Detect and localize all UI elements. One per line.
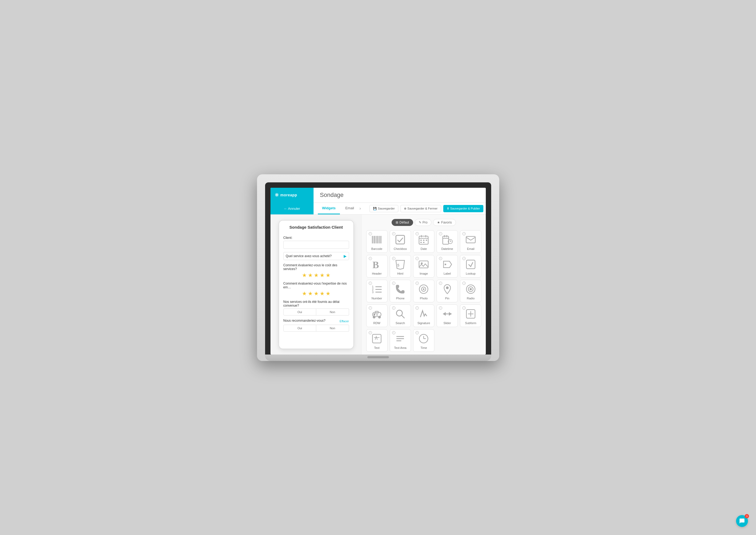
logo-icon: ❋ xyxy=(275,192,279,198)
widget-label[interactable]: i Label xyxy=(437,255,458,278)
photo-label: Photo xyxy=(420,297,428,300)
widget-header[interactable]: i B Header xyxy=(366,255,388,278)
widget-subform[interactable]: i Subform xyxy=(460,304,481,327)
svg-point-51 xyxy=(378,316,381,319)
email-icon xyxy=(465,234,477,245)
svg-rect-6 xyxy=(379,236,379,243)
filter-pro-icon: ✎ xyxy=(419,221,422,224)
top-bar: ❋ moreapp Sondage xyxy=(271,188,486,203)
svg-point-42 xyxy=(423,288,424,290)
info-icon: i xyxy=(462,232,466,235)
info-icon: i xyxy=(369,257,372,260)
widget-photo[interactable]: i Photo xyxy=(413,280,434,302)
field-client: Client: xyxy=(283,236,349,249)
back-button[interactable]: ← Annuler xyxy=(271,203,313,214)
widget-lookup[interactable]: i Lookup xyxy=(460,255,481,278)
filter-default[interactable]: ⊞ Défaut xyxy=(392,219,413,226)
subform-label: Subform xyxy=(465,322,476,325)
widget-time[interactable]: i Time xyxy=(413,329,434,352)
phone-label: Phone xyxy=(396,297,404,300)
nav-more-icon[interactable]: › xyxy=(359,206,361,211)
radio-label: Radio xyxy=(467,297,475,300)
yesno-delai-buttons: Oui Non xyxy=(283,309,349,316)
screen: ❋ moreapp Sondage ← Annuler Widgets Emai… xyxy=(271,188,486,354)
logo-text: moreapp xyxy=(280,193,297,197)
barcode-icon xyxy=(371,234,383,245)
info-icon: i xyxy=(439,232,442,235)
widget-checkbox[interactable]: i Checkbox xyxy=(390,230,411,253)
info-icon: i xyxy=(462,306,466,310)
info-icon: i xyxy=(369,232,372,235)
save-icon: 💾 xyxy=(373,207,377,210)
stars-cost-rating[interactable]: ★ ★ ★ ★ ★ xyxy=(283,272,349,278)
widget-email[interactable]: i Email xyxy=(460,230,481,253)
filter-favoris[interactable]: ★ Favoris xyxy=(433,219,456,226)
widget-date[interactable]: i Date xyxy=(413,230,434,253)
star-e2[interactable]: ★ xyxy=(308,290,313,297)
yesno-recommand-buttons: Oui Non xyxy=(283,325,349,332)
widget-rdw[interactable]: i RDW xyxy=(366,304,388,327)
stars-expertise-rating[interactable]: ★ ★ ★ ★ ★ xyxy=(283,290,349,297)
star-e4[interactable]: ★ xyxy=(320,290,325,297)
filter-pro[interactable]: ✎ Pro xyxy=(415,219,432,226)
client-input[interactable] xyxy=(283,241,349,249)
svg-rect-33 xyxy=(466,260,475,269)
yesno-recommand-yes[interactable]: Oui xyxy=(283,325,316,332)
widget-html[interactable]: i 5 Html xyxy=(390,255,411,278)
checkbox-label: Checkbox xyxy=(394,247,407,250)
lookup-label: Lookup xyxy=(466,272,476,275)
svg-rect-30 xyxy=(419,261,428,268)
widget-radio[interactable]: i Radio xyxy=(460,280,481,302)
star-e5[interactable]: ★ xyxy=(326,290,331,297)
widget-signature[interactable]: i Signature xyxy=(413,304,434,327)
service-select[interactable]: Quel service avez-vous acheté? ▶ xyxy=(283,252,349,260)
widget-search[interactable]: i Search xyxy=(390,304,411,327)
svg-line-54 xyxy=(401,315,404,318)
stars-expertise-label: Comment évalueriez-vous l'expertise de n… xyxy=(283,282,349,289)
rdw-label: RDW xyxy=(373,322,380,325)
html-icon: 5 xyxy=(394,259,406,270)
search-label: Search xyxy=(395,322,405,325)
yesno-delai-yes[interactable]: Oui xyxy=(283,309,316,316)
info-icon: i xyxy=(392,282,395,285)
field-stars-cost: Comment évalueriez-vous le coût des serv… xyxy=(283,263,349,278)
chat-button[interactable]: 3 xyxy=(736,515,748,527)
tab-email[interactable]: Email xyxy=(341,203,359,214)
widgets-panel: ⊞ Défaut ✎ Pro ★ Favoris xyxy=(362,215,486,354)
star-e3[interactable]: ★ xyxy=(314,290,319,297)
laptop-bottom xyxy=(265,354,491,361)
star-5[interactable]: ★ xyxy=(326,272,331,278)
info-icon: i xyxy=(416,257,419,260)
number-label: Number xyxy=(372,297,382,300)
star-e1[interactable]: ★ xyxy=(302,290,307,297)
yesno-recommand-no[interactable]: Non xyxy=(316,325,349,332)
widget-datetime[interactable]: i Datetime xyxy=(437,230,458,253)
star-3[interactable]: ★ xyxy=(314,272,319,278)
yesno-delai-no[interactable]: Non xyxy=(316,309,349,316)
save-button[interactable]: 💾 Sauvegarder xyxy=(369,205,398,212)
stars-cost-label: Comment évalueriez-vous le coût des serv… xyxy=(283,263,349,271)
pin-label: Pin xyxy=(445,297,450,300)
action-buttons: 💾 Sauvegarder ⊗ Sauvegarder & Fermer ⬆ S… xyxy=(365,205,486,212)
save-close-button[interactable]: ⊗ Sauvegarder & Fermer xyxy=(400,205,441,212)
svg-rect-26 xyxy=(466,237,475,243)
widget-barcode[interactable]: i Barcode xyxy=(366,230,388,253)
nav-bar: ← Annuler Widgets Email › 💾 Sauvegarder … xyxy=(271,203,486,215)
widget-phone[interactable]: i Phone xyxy=(390,280,411,302)
star-1[interactable]: ★ xyxy=(302,272,307,278)
widget-image[interactable]: i Image xyxy=(413,255,434,278)
html-label: Html xyxy=(397,272,403,275)
widget-pin[interactable]: i Pin xyxy=(437,280,458,302)
field-service[interactable]: Quel service avez-vous acheté? ▶ xyxy=(283,252,349,260)
widget-slider[interactable]: i Slider xyxy=(437,304,458,327)
star-2[interactable]: ★ xyxy=(308,272,313,278)
widget-text[interactable]: i Text xyxy=(366,329,388,352)
svg-point-46 xyxy=(470,288,472,290)
effacer-link[interactable]: Effacer xyxy=(340,320,349,323)
label-icon xyxy=(441,259,453,270)
widget-textarea[interactable]: i Text Area xyxy=(390,329,411,352)
save-publish-button[interactable]: ⬆ Sauvegarder & Publier xyxy=(443,205,484,212)
tab-widgets[interactable]: Widgets xyxy=(318,203,340,214)
star-4[interactable]: ★ xyxy=(320,272,325,278)
widget-number[interactable]: i 1 2 3 xyxy=(366,280,388,302)
